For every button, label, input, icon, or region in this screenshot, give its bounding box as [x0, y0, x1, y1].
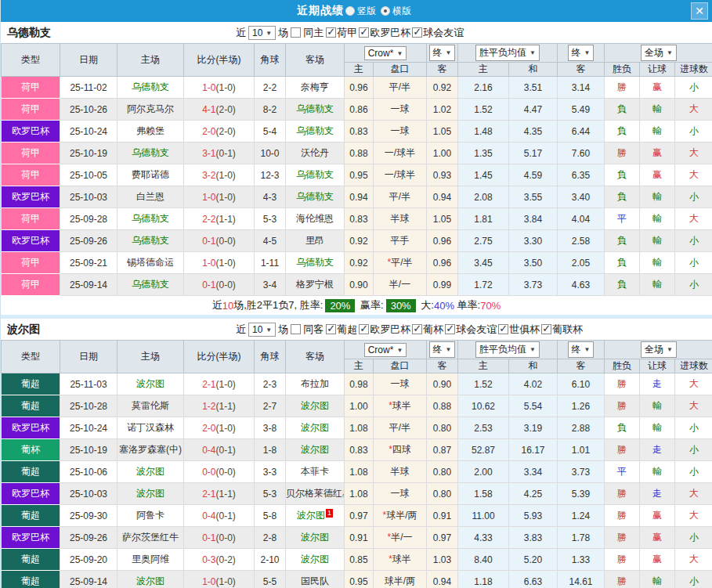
home-team: 波尔图: [117, 373, 184, 395]
match-row: 荷甲25-10-19乌德勒支3-1(0-1)10-0沃伦丹0.88一/球半1.0…: [2, 142, 712, 164]
handicap-odds-away: 0.97: [427, 527, 458, 549]
col-home: 主场: [117, 341, 184, 373]
same-venue-label: 同客: [303, 323, 323, 337]
sub-lose: 客: [558, 63, 605, 77]
handicap-odds-home: 1.08: [345, 461, 374, 483]
match-score: 1-0(1-0): [184, 77, 255, 99]
goals-result: 小: [675, 527, 712, 549]
goals-result: 小: [675, 274, 712, 296]
league-checkbox[interactable]: [541, 324, 551, 334]
league-checkbox-label: 荷甲: [337, 26, 357, 40]
match-score: 1-0(1-0): [184, 186, 255, 208]
handicap-odds-away: 0.80: [427, 461, 458, 483]
league-checkbox[interactable]: [359, 27, 369, 38]
summary-segment: 近: [212, 298, 222, 312]
close-icon[interactable]: [691, 2, 708, 20]
draw-odds: 5.93: [509, 505, 558, 527]
match-date: 25-09-30: [60, 505, 117, 527]
horizontal-mode-radio[interactable]: [381, 6, 390, 16]
win-odds: 4.33: [458, 527, 509, 549]
match-row: 荷甲25-09-21锡塔德命运1-0(1-0)1-11乌德勒支0.92*平/半0…: [2, 252, 712, 274]
match-league: 欧罗巴杯: [2, 417, 60, 439]
match-result: 勝: [605, 439, 640, 461]
match-result: 負: [605, 164, 640, 186]
win-odds: 2.08: [458, 186, 509, 208]
games-count-select[interactable]: 10: [248, 26, 276, 40]
match-date: 25-09-14: [60, 571, 117, 588]
handicap-odds-away: 0.94: [427, 571, 458, 588]
match-result: 負: [605, 417, 640, 439]
league-checkbox[interactable]: [326, 27, 336, 38]
avg-odds-select[interactable]: 胜平负均值: [475, 45, 540, 61]
handicap-odds-home: 0.83: [345, 121, 374, 142]
draw-odds: 3.55: [509, 186, 558, 208]
summary-segment: 赢率:: [357, 298, 383, 312]
match-date: 25-10-05: [60, 164, 117, 186]
same-venue-checkbox[interactable]: [291, 324, 301, 334]
handicap-line: *平/半: [374, 252, 427, 274]
summary-segment: 70%: [480, 300, 501, 312]
draw-odds: 3.51: [509, 77, 558, 99]
avg-odds-select[interactable]: 胜平负均值: [475, 341, 540, 358]
handicap-result: 輸: [640, 230, 675, 252]
sub-guest: 客: [427, 359, 458, 373]
match-row: 葡超25-09-20里奥阿维0-3(0-2)2-10波尔图0.85*球半1.03…: [2, 549, 712, 571]
home-team: 乌德勒支: [117, 274, 184, 296]
league-checkbox[interactable]: [498, 324, 508, 334]
sub-draw: 和: [509, 63, 558, 77]
league-checkbox[interactable]: [412, 27, 422, 38]
final-odds-select[interactable]: 终: [429, 45, 456, 61]
league-checkbox[interactable]: [412, 324, 422, 334]
league-checkbox[interactable]: [326, 324, 336, 334]
col-type: 类型: [2, 44, 60, 77]
win-odds: 1.35: [458, 142, 509, 164]
match-row: 葡杯25-10-19塞洛罗森塞(中)0-4(0-1)1-8波尔图0.83*四球0…: [2, 439, 712, 461]
handicap-line: *半/一: [374, 527, 427, 549]
vertical-mode-radio[interactable]: [345, 6, 355, 16]
match-result: 勝: [605, 373, 640, 395]
col-score: 比分(半场): [184, 44, 255, 77]
odds-company-select[interactable]: Crow*: [364, 46, 407, 60]
col-score: 比分(半场): [184, 341, 255, 373]
home-team: 乌德勒支: [117, 230, 184, 252]
win-odds: 1.48: [458, 121, 509, 142]
goals-result: 大: [675, 373, 712, 395]
lose-odds: 2.58: [558, 230, 605, 252]
draw-odds: 4.47: [509, 99, 558, 121]
away-team: 波尔图: [286, 549, 345, 571]
match-league: 荷甲: [2, 142, 60, 164]
scope-select[interactable]: 全场: [641, 45, 677, 61]
games-count-select[interactable]: 10: [248, 323, 276, 337]
corner-score: 4-3: [255, 186, 286, 208]
handicap-odds-away: 1.05: [427, 208, 458, 230]
home-team: 锡塔德命运: [117, 252, 184, 274]
win-odds: 52.87: [458, 439, 509, 461]
match-league: 欧罗巴杯: [2, 186, 60, 208]
match-row: 荷甲25-11-02乌德勒支1-0(1-0)2-2奈梅亨0.96平/半0.922…: [2, 77, 712, 99]
home-team: 诺丁汉森林: [117, 417, 184, 439]
handicap-line: *球半/两: [374, 505, 427, 527]
match-date: 25-10-06: [60, 461, 117, 483]
corner-score: 2-7: [255, 395, 286, 417]
match-score: 2-1(1-0): [184, 373, 255, 395]
final-odds-select2[interactable]: 终: [568, 45, 595, 61]
match-result: 負: [605, 274, 640, 296]
sub-handicap: 盘口: [374, 63, 427, 77]
final-odds-select[interactable]: 终: [429, 341, 456, 358]
corner-score: 12-3: [255, 164, 286, 186]
home-team: 阿鲁卡: [117, 505, 184, 527]
final-odds-select2[interactable]: 终: [568, 341, 595, 358]
match-league: 葡超: [2, 461, 60, 483]
odds-company-select[interactable]: Crow*: [364, 343, 407, 357]
handicap-odds-away: 0.92: [427, 77, 458, 99]
match-league: 葡杯: [2, 439, 60, 461]
away-team: 波尔图1: [286, 505, 345, 527]
away-team: 国民队: [286, 571, 345, 588]
league-checkbox[interactable]: [359, 324, 369, 334]
match-score: 3-2(1-0): [184, 164, 255, 186]
league-checkbox[interactable]: [445, 324, 455, 334]
match-result: 負: [605, 230, 640, 252]
scope-select[interactable]: 全场: [641, 341, 677, 358]
red-card-badge: 1: [326, 509, 333, 518]
same-venue-checkbox[interactable]: [291, 27, 301, 38]
